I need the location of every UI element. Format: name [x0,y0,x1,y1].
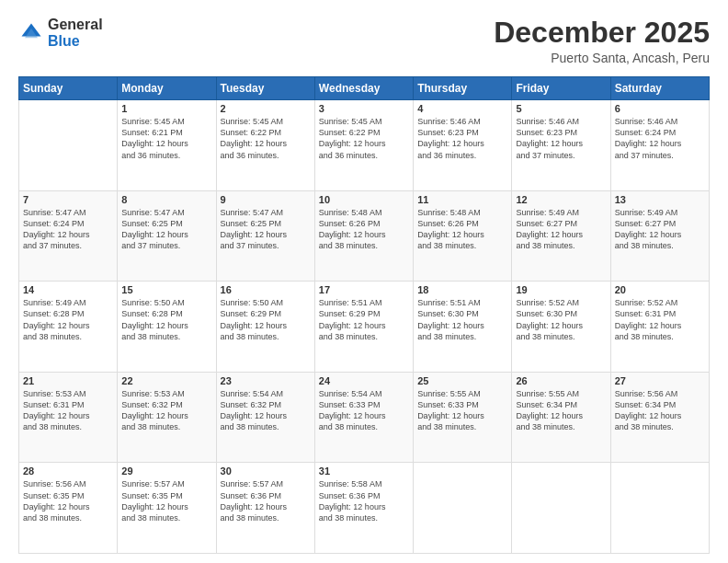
day-number: 28 [23,465,113,477]
calendar-header-friday: Friday [512,77,610,100]
logo-text: General Blue [48,17,103,49]
day-number: 13 [615,194,705,205]
calendar-table: SundayMondayTuesdayWednesdayThursdayFrid… [18,76,710,554]
calendar-cell: 22Sunrise: 5:53 AM Sunset: 6:32 PM Dayli… [118,372,216,463]
day-number: 8 [121,194,211,205]
cell-content: Sunrise: 5:47 AM Sunset: 6:24 PM Dayligh… [23,207,113,252]
cell-content: Sunrise: 5:57 AM Sunset: 6:35 PM Dayligh… [121,478,211,523]
calendar-cell: 11Sunrise: 5:48 AM Sunset: 6:26 PM Dayli… [414,190,512,282]
calendar-cell: 6Sunrise: 5:46 AM Sunset: 6:24 PM Daylig… [610,100,709,191]
calendar-cell: 15Sunrise: 5:50 AM Sunset: 6:28 PM Dayli… [118,282,216,373]
day-number: 20 [615,284,705,295]
day-number: 9 [221,194,311,205]
cell-content: Sunrise: 5:45 AM Sunset: 6:21 PM Dayligh… [121,116,211,161]
cell-content: Sunrise: 5:47 AM Sunset: 6:25 PM Dayligh… [121,207,211,252]
calendar-header-thursday: Thursday [414,77,512,100]
day-number: 27 [615,375,705,386]
calendar-header-tuesday: Tuesday [216,77,314,100]
calendar-cell: 24Sunrise: 5:54 AM Sunset: 6:33 PM Dayli… [314,372,413,463]
cell-content: Sunrise: 5:57 AM Sunset: 6:36 PM Dayligh… [221,478,311,523]
cell-content: Sunrise: 5:55 AM Sunset: 6:34 PM Dayligh… [516,388,606,433]
calendar-header-row: SundayMondayTuesdayWednesdayThursdayFrid… [19,77,710,100]
cell-content: Sunrise: 5:46 AM Sunset: 6:24 PM Dayligh… [615,116,705,161]
day-number: 1 [121,103,211,114]
cell-content: Sunrise: 5:55 AM Sunset: 6:33 PM Dayligh… [417,388,507,433]
day-number: 4 [417,103,507,114]
day-number: 17 [319,284,409,295]
cell-content: Sunrise: 5:46 AM Sunset: 6:23 PM Dayligh… [417,116,507,161]
calendar-cell: 23Sunrise: 5:54 AM Sunset: 6:32 PM Dayli… [216,372,314,463]
day-number: 14 [23,284,113,295]
logo-general-label: General [48,17,103,33]
cell-content: Sunrise: 5:56 AM Sunset: 6:35 PM Dayligh… [23,478,113,523]
calendar-cell: 27Sunrise: 5:56 AM Sunset: 6:34 PM Dayli… [610,372,709,463]
calendar-cell: 19Sunrise: 5:52 AM Sunset: 6:30 PM Dayli… [512,282,610,373]
calendar-cell: 28Sunrise: 5:56 AM Sunset: 6:35 PM Dayli… [19,463,118,554]
cell-content: Sunrise: 5:48 AM Sunset: 6:26 PM Dayligh… [319,207,409,252]
cell-content: Sunrise: 5:48 AM Sunset: 6:26 PM Dayligh… [417,207,507,252]
calendar-cell: 16Sunrise: 5:50 AM Sunset: 6:29 PM Dayli… [216,282,314,373]
calendar-cell: 1Sunrise: 5:45 AM Sunset: 6:21 PM Daylig… [118,100,216,191]
day-number: 23 [221,375,311,386]
cell-content: Sunrise: 5:51 AM Sunset: 6:30 PM Dayligh… [417,297,507,342]
logo-blue-label: Blue [48,33,103,50]
calendar-cell: 7Sunrise: 5:47 AM Sunset: 6:24 PM Daylig… [19,190,118,282]
calendar-cell: 29Sunrise: 5:57 AM Sunset: 6:35 PM Dayli… [118,463,216,554]
location-subtitle: Puerto Santa, Ancash, Peru [494,51,710,65]
page: General Blue December 2025 Puerto Santa,… [0,0,728,563]
calendar-cell: 26Sunrise: 5:55 AM Sunset: 6:34 PM Dayli… [512,372,610,463]
calendar-cell: 25Sunrise: 5:55 AM Sunset: 6:33 PM Dayli… [414,372,512,463]
cell-content: Sunrise: 5:46 AM Sunset: 6:23 PM Dayligh… [516,116,606,161]
calendar-header-saturday: Saturday [610,77,709,100]
cell-content: Sunrise: 5:53 AM Sunset: 6:31 PM Dayligh… [23,388,113,433]
calendar-cell [19,100,118,191]
day-number: 29 [121,465,211,477]
cell-content: Sunrise: 5:45 AM Sunset: 6:22 PM Dayligh… [319,116,409,161]
calendar-cell: 4Sunrise: 5:46 AM Sunset: 6:23 PM Daylig… [414,100,512,191]
calendar-cell [610,463,709,554]
calendar-week-row: 7Sunrise: 5:47 AM Sunset: 6:24 PM Daylig… [19,190,710,282]
header: General Blue December 2025 Puerto Santa,… [18,17,710,65]
day-number: 16 [221,284,311,295]
calendar-cell: 17Sunrise: 5:51 AM Sunset: 6:29 PM Dayli… [314,282,413,373]
day-number: 15 [121,284,211,295]
day-number: 6 [615,103,705,114]
calendar-cell: 9Sunrise: 5:47 AM Sunset: 6:25 PM Daylig… [216,190,314,282]
day-number: 7 [23,194,113,205]
calendar-cell: 5Sunrise: 5:46 AM Sunset: 6:23 PM Daylig… [512,100,610,191]
cell-content: Sunrise: 5:52 AM Sunset: 6:30 PM Dayligh… [516,297,606,342]
day-number: 10 [319,194,409,205]
calendar-cell: 3Sunrise: 5:45 AM Sunset: 6:22 PM Daylig… [314,100,413,191]
cell-content: Sunrise: 5:47 AM Sunset: 6:25 PM Dayligh… [221,207,311,252]
cell-content: Sunrise: 5:52 AM Sunset: 6:31 PM Dayligh… [615,297,705,342]
calendar-cell: 8Sunrise: 5:47 AM Sunset: 6:25 PM Daylig… [118,190,216,282]
calendar-week-row: 14Sunrise: 5:49 AM Sunset: 6:28 PM Dayli… [19,282,710,373]
calendar-header-monday: Monday [118,77,216,100]
day-number: 25 [417,375,507,386]
calendar-cell: 31Sunrise: 5:58 AM Sunset: 6:36 PM Dayli… [314,463,413,554]
calendar-cell: 12Sunrise: 5:49 AM Sunset: 6:27 PM Dayli… [512,190,610,282]
calendar-cell: 13Sunrise: 5:49 AM Sunset: 6:27 PM Dayli… [610,190,709,282]
cell-content: Sunrise: 5:49 AM Sunset: 6:28 PM Dayligh… [23,297,113,342]
day-number: 30 [221,465,311,477]
calendar-cell: 14Sunrise: 5:49 AM Sunset: 6:28 PM Dayli… [19,282,118,373]
cell-content: Sunrise: 5:51 AM Sunset: 6:29 PM Dayligh… [319,297,409,342]
calendar-cell: 2Sunrise: 5:45 AM Sunset: 6:22 PM Daylig… [216,100,314,191]
calendar-cell [414,463,512,554]
cell-content: Sunrise: 5:56 AM Sunset: 6:34 PM Dayligh… [615,388,705,433]
day-number: 11 [417,194,507,205]
day-number: 21 [23,375,113,386]
day-number: 12 [516,194,606,205]
calendar-header-sunday: Sunday [19,77,118,100]
cell-content: Sunrise: 5:49 AM Sunset: 6:27 PM Dayligh… [615,207,705,252]
calendar-header-wednesday: Wednesday [314,77,413,100]
cell-content: Sunrise: 5:58 AM Sunset: 6:36 PM Dayligh… [319,478,409,523]
day-number: 22 [121,375,211,386]
calendar-cell: 20Sunrise: 5:52 AM Sunset: 6:31 PM Dayli… [610,282,709,373]
calendar-cell: 18Sunrise: 5:51 AM Sunset: 6:30 PM Dayli… [414,282,512,373]
cell-content: Sunrise: 5:50 AM Sunset: 6:28 PM Dayligh… [121,297,211,342]
calendar-cell: 30Sunrise: 5:57 AM Sunset: 6:36 PM Dayli… [216,463,314,554]
cell-content: Sunrise: 5:45 AM Sunset: 6:22 PM Dayligh… [221,116,311,161]
calendar-week-row: 28Sunrise: 5:56 AM Sunset: 6:35 PM Dayli… [19,463,710,554]
calendar-cell: 21Sunrise: 5:53 AM Sunset: 6:31 PM Dayli… [19,372,118,463]
